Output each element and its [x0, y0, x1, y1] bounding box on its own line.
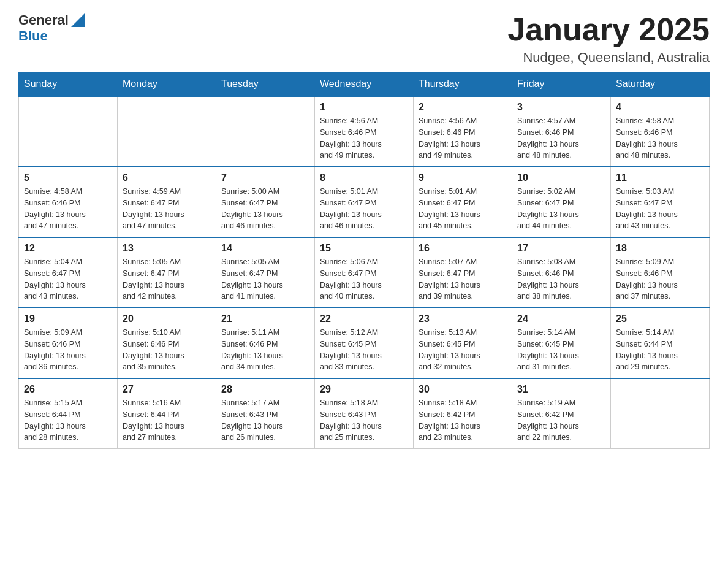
calendar-week-row: 19Sunrise: 5:09 AMSunset: 6:46 PMDayligh…	[19, 308, 710, 378]
day-number: 7	[221, 172, 309, 183]
day-number: 5	[24, 172, 112, 183]
calendar-cell: 23Sunrise: 5:13 AMSunset: 6:45 PMDayligh…	[414, 308, 512, 378]
calendar-cell: 17Sunrise: 5:08 AMSunset: 6:46 PMDayligh…	[512, 237, 611, 308]
calendar-header-wednesday: Wednesday	[315, 72, 414, 97]
day-info: Sunrise: 4:57 AMSunset: 6:46 PMDaylight:…	[517, 115, 605, 161]
day-info: Sunrise: 5:13 AMSunset: 6:45 PMDaylight:…	[419, 327, 507, 373]
day-info: Sunrise: 5:10 AMSunset: 6:46 PMDaylight:…	[123, 327, 211, 373]
calendar-cell: 7Sunrise: 5:00 AMSunset: 6:47 PMDaylight…	[216, 167, 315, 237]
month-title: January 2025	[507, 12, 710, 47]
calendar-cell: 19Sunrise: 5:09 AMSunset: 6:46 PMDayligh…	[19, 308, 118, 378]
calendar-cell: 5Sunrise: 4:58 AMSunset: 6:46 PMDaylight…	[19, 167, 118, 237]
calendar-header-sunday: Sunday	[19, 72, 118, 97]
location-title: Nudgee, Queensland, Australia	[507, 50, 710, 66]
calendar-cell: 1Sunrise: 4:56 AMSunset: 6:46 PMDaylight…	[315, 96, 414, 167]
day-info: Sunrise: 5:05 AMSunset: 6:47 PMDaylight:…	[221, 256, 309, 302]
day-number: 6	[123, 172, 211, 183]
calendar-header-saturday: Saturday	[611, 72, 710, 97]
day-number: 27	[123, 384, 211, 395]
day-number: 12	[24, 243, 112, 254]
day-number: 8	[320, 172, 408, 183]
calendar-cell: 13Sunrise: 5:05 AMSunset: 6:47 PMDayligh…	[118, 237, 216, 308]
day-info: Sunrise: 5:08 AMSunset: 6:46 PMDaylight:…	[517, 256, 605, 302]
calendar-cell: 18Sunrise: 5:09 AMSunset: 6:46 PMDayligh…	[611, 237, 710, 308]
day-info: Sunrise: 5:01 AMSunset: 6:47 PMDaylight:…	[320, 186, 408, 232]
calendar-cell: 25Sunrise: 5:14 AMSunset: 6:44 PMDayligh…	[611, 308, 710, 378]
calendar-cell: 21Sunrise: 5:11 AMSunset: 6:46 PMDayligh…	[216, 308, 315, 378]
logo-blue-text: Blue	[18, 28, 48, 44]
day-number: 26	[24, 384, 112, 395]
day-info: Sunrise: 5:06 AMSunset: 6:47 PMDaylight:…	[320, 256, 408, 302]
day-number: 3	[517, 102, 605, 113]
calendar-cell: 27Sunrise: 5:16 AMSunset: 6:44 PMDayligh…	[118, 378, 216, 449]
calendar-cell: 3Sunrise: 4:57 AMSunset: 6:46 PMDaylight…	[512, 96, 611, 167]
day-number: 9	[419, 172, 507, 183]
day-info: Sunrise: 5:14 AMSunset: 6:45 PMDaylight:…	[517, 327, 605, 373]
calendar-cell: 10Sunrise: 5:02 AMSunset: 6:47 PMDayligh…	[512, 167, 611, 237]
day-number: 19	[24, 313, 112, 324]
calendar-cell: 2Sunrise: 4:56 AMSunset: 6:46 PMDaylight…	[414, 96, 512, 167]
day-number: 2	[419, 102, 507, 113]
day-info: Sunrise: 5:16 AMSunset: 6:44 PMDaylight:…	[123, 397, 211, 443]
calendar-cell	[216, 96, 315, 167]
page-header: General Blue January 2025 Nudgee, Queens…	[18, 12, 710, 66]
calendar-cell: 9Sunrise: 5:01 AMSunset: 6:47 PMDaylight…	[414, 167, 512, 237]
calendar-cell: 24Sunrise: 5:14 AMSunset: 6:45 PMDayligh…	[512, 308, 611, 378]
day-info: Sunrise: 5:05 AMSunset: 6:47 PMDaylight:…	[123, 256, 211, 302]
calendar-cell: 4Sunrise: 4:58 AMSunset: 6:46 PMDaylight…	[611, 96, 710, 167]
calendar-cell: 16Sunrise: 5:07 AMSunset: 6:47 PMDayligh…	[414, 237, 512, 308]
day-info: Sunrise: 4:59 AMSunset: 6:47 PMDaylight:…	[123, 186, 211, 232]
calendar-cell: 15Sunrise: 5:06 AMSunset: 6:47 PMDayligh…	[315, 237, 414, 308]
calendar-header-monday: Monday	[118, 72, 216, 97]
calendar-header-thursday: Thursday	[414, 72, 512, 97]
calendar-week-row: 5Sunrise: 4:58 AMSunset: 6:46 PMDaylight…	[19, 167, 710, 237]
day-number: 13	[123, 243, 211, 254]
day-info: Sunrise: 5:04 AMSunset: 6:47 PMDaylight:…	[24, 256, 112, 302]
calendar-cell: 8Sunrise: 5:01 AMSunset: 6:47 PMDaylight…	[315, 167, 414, 237]
day-number: 28	[221, 384, 309, 395]
day-info: Sunrise: 5:07 AMSunset: 6:47 PMDaylight:…	[419, 256, 507, 302]
calendar-cell: 29Sunrise: 5:18 AMSunset: 6:43 PMDayligh…	[315, 378, 414, 449]
day-number: 21	[221, 313, 309, 324]
day-info: Sunrise: 5:01 AMSunset: 6:47 PMDaylight:…	[419, 186, 507, 232]
day-number: 30	[419, 384, 507, 395]
day-number: 11	[616, 172, 704, 183]
day-info: Sunrise: 5:03 AMSunset: 6:47 PMDaylight:…	[616, 186, 704, 232]
day-number: 31	[517, 384, 605, 395]
calendar-cell	[611, 378, 710, 449]
calendar-week-row: 1Sunrise: 4:56 AMSunset: 6:46 PMDaylight…	[19, 96, 710, 167]
calendar-cell: 11Sunrise: 5:03 AMSunset: 6:47 PMDayligh…	[611, 167, 710, 237]
day-info: Sunrise: 5:09 AMSunset: 6:46 PMDaylight:…	[24, 327, 112, 373]
day-number: 24	[517, 313, 605, 324]
calendar-cell: 26Sunrise: 5:15 AMSunset: 6:44 PMDayligh…	[19, 378, 118, 449]
calendar-cell	[19, 96, 118, 167]
day-number: 14	[221, 243, 309, 254]
calendar-cell: 6Sunrise: 4:59 AMSunset: 6:47 PMDaylight…	[118, 167, 216, 237]
calendar-cell: 31Sunrise: 5:19 AMSunset: 6:42 PMDayligh…	[512, 378, 611, 449]
day-info: Sunrise: 4:56 AMSunset: 6:46 PMDaylight:…	[320, 115, 408, 161]
day-info: Sunrise: 5:11 AMSunset: 6:46 PMDaylight:…	[221, 327, 309, 373]
day-number: 16	[419, 243, 507, 254]
day-number: 10	[517, 172, 605, 183]
day-info: Sunrise: 4:58 AMSunset: 6:46 PMDaylight:…	[616, 115, 704, 161]
day-number: 1	[320, 102, 408, 113]
day-info: Sunrise: 5:00 AMSunset: 6:47 PMDaylight:…	[221, 186, 309, 232]
day-number: 29	[320, 384, 408, 395]
day-number: 15	[320, 243, 408, 254]
calendar-header-row: SundayMondayTuesdayWednesdayThursdayFrid…	[19, 72, 710, 97]
calendar-week-row: 12Sunrise: 5:04 AMSunset: 6:47 PMDayligh…	[19, 237, 710, 308]
calendar-header-tuesday: Tuesday	[216, 72, 315, 97]
day-info: Sunrise: 5:15 AMSunset: 6:44 PMDaylight:…	[24, 397, 112, 443]
day-info: Sunrise: 5:09 AMSunset: 6:46 PMDaylight:…	[616, 256, 704, 302]
calendar-cell: 14Sunrise: 5:05 AMSunset: 6:47 PMDayligh…	[216, 237, 315, 308]
day-info: Sunrise: 5:02 AMSunset: 6:47 PMDaylight:…	[517, 186, 605, 232]
day-info: Sunrise: 5:18 AMSunset: 6:43 PMDaylight:…	[320, 397, 408, 443]
day-number: 23	[419, 313, 507, 324]
calendar-table: SundayMondayTuesdayWednesdayThursdayFrid…	[18, 72, 710, 449]
day-number: 22	[320, 313, 408, 324]
day-number: 20	[123, 313, 211, 324]
logo: General Blue	[18, 12, 85, 44]
day-info: Sunrise: 4:58 AMSunset: 6:46 PMDaylight:…	[24, 186, 112, 232]
day-info: Sunrise: 5:18 AMSunset: 6:42 PMDaylight:…	[419, 397, 507, 443]
svg-marker-0	[71, 13, 85, 27]
